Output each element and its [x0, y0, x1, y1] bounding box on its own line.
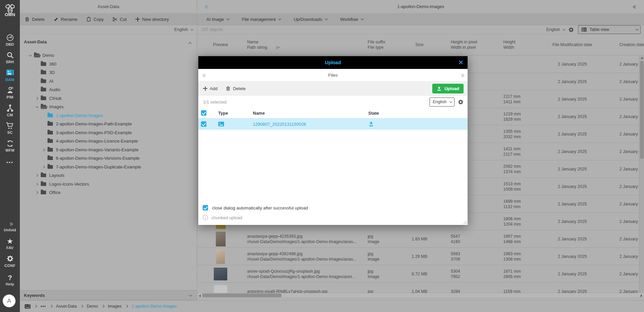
breadcrumb-item-asset-data[interactable]: Asset-Data: [56, 304, 77, 309]
sidebar-item-conf[interactable]: CONF: [0, 255, 20, 268]
breadcrumb-ellipsis[interactable]: •••: [41, 304, 46, 309]
sidebar-item-pim[interactable]: P PIM: [0, 86, 20, 99]
upload-button[interactable]: Upload: [432, 84, 464, 93]
tree-node-6-apollon-versions-example[interactable]: 6-apollon-Demo-Images-Versions-Example: [20, 154, 197, 163]
scroll-left-arrow[interactable]: [199, 295, 201, 297]
sidebar-item-more[interactable]: •••: [0, 158, 20, 167]
preview-thumbnail[interactable]: [205, 283, 236, 293]
scroll-up-arrow[interactable]: [641, 57, 643, 59]
select-all-checkbox[interactable]: [201, 110, 206, 116]
tree-node-1-apollon-demo-images[interactable]: 1-apollon-Demo-Images: [20, 111, 197, 120]
close-dialog-button[interactable]: [459, 60, 463, 66]
sidebar-item-wfm[interactable]: WFM: [0, 140, 20, 152]
close-auto-checkbox[interactable]: [203, 205, 208, 210]
sidebar-item-dam[interactable]: DAM: [0, 69, 20, 82]
horizontal-scrollbar-thumb[interactable]: [202, 294, 281, 297]
tree-node-3d[interactable]: 3D: [20, 68, 197, 77]
column-header-modification-date[interactable]: File Modification date: [539, 34, 606, 55]
table-row[interactable]: annie-spratt-QckxruozjRg-unsplash.jpg/As…: [197, 265, 644, 283]
breadcrumb-item-demo[interactable]: Demo: [87, 304, 98, 309]
sidebar-item-srh[interactable]: SRH: [0, 51, 20, 64]
row-checkbox[interactable]: [201, 121, 206, 127]
rename-button[interactable]: Rename: [54, 17, 77, 22]
preview-thumbnail[interactable]: [205, 248, 236, 265]
tree-section-header[interactable]: Asset-Data: [20, 34, 197, 46]
breadcrumb-item-current[interactable]: 1-apollon-Demo-Images: [132, 304, 177, 309]
breadcrumb-item-images[interactable]: Images: [108, 304, 122, 309]
tree-node-office[interactable]: Office: [20, 188, 197, 197]
chevron-down-icon: [191, 28, 193, 31]
upload-file-row[interactable]: 1290807_20220131150026: [198, 118, 468, 130]
plus-icon: [203, 86, 207, 91]
settings-gear-icon[interactable]: [568, 27, 574, 33]
sidebar-item-dbd[interactable]: DBD: [0, 34, 20, 46]
user-avatar[interactable]: A: [3, 295, 15, 307]
folder-icon: [47, 122, 53, 126]
upload-settings-gear-icon[interactable]: [458, 99, 464, 105]
column-header-size[interactable]: Size: [399, 34, 440, 55]
sidebar-item-help[interactable]: ? Help: [0, 273, 20, 286]
sidebar-label-pim: PIM: [0, 95, 20, 99]
sidebar-item-omn-logo[interactable]: OMN: [0, 3, 20, 17]
sidebar-item-cm[interactable]: CM: [0, 104, 20, 117]
dam-breadcrumb-icon[interactable]: [25, 304, 31, 309]
tree-node-images[interactable]: Images: [20, 103, 197, 111]
collapse-right-icon[interactable]: [633, 4, 636, 9]
sidebar-item-unfold[interactable]: Unfold: [0, 219, 20, 232]
add-files-button[interactable]: Add: [203, 86, 217, 91]
tree-node-360[interactable]: 360: [20, 60, 197, 69]
keywords-panel-header[interactable]: Keywords: [20, 290, 197, 300]
table-row[interactable]: antonino-visalli-RNiBLy7aHck-unsplash.jp…: [197, 283, 644, 293]
dialog-page-next[interactable]: [460, 73, 463, 78]
tree-node-layouts[interactable]: Layouts: [20, 171, 197, 180]
table-row[interactable]: anastasiya-gepp-4235393.jpg/Asset-Data/D…: [197, 230, 644, 248]
upload-column-type[interactable]: Type: [218, 111, 228, 116]
upload-column-name[interactable]: Name: [253, 111, 265, 116]
table-row[interactable]: anastasiya-gepp-4382488.jpg/Asset-Data/D…: [197, 248, 644, 265]
tree-node-7-apollon-duplicate-example[interactable]: 7-apollon-Demo-Images-Duplicate-Example: [20, 163, 197, 171]
column-header-creation-date[interactable]: Creation date: [619, 34, 644, 55]
content-language-dropdown[interactable]: English: [546, 27, 565, 32]
menu-up-downloads[interactable]: Up/Downloads: [294, 17, 327, 22]
tree-node-5-apollon-variants-example[interactable]: 5-apollon-Demo-Images-Variants-Example: [20, 146, 197, 154]
vertical-scrollbar-thumb[interactable]: [640, 61, 644, 159]
collapse-left-icon[interactable]: [205, 4, 208, 9]
sidebar-item-fav[interactable]: ★ FAV: [0, 237, 20, 250]
delete-button[interactable]: Delete: [25, 17, 45, 22]
tree-node-demo[interactable]: Demo: [20, 51, 197, 60]
image-type-icon: [218, 121, 224, 126]
tree-node-cihub[interactable]: CIHub: [20, 94, 197, 103]
column-header-pixels[interactable]: Height in pixelWidth in pixel: [451, 34, 491, 55]
preview-thumbnail[interactable]: [205, 230, 236, 247]
scroll-right-arrow[interactable]: [641, 295, 642, 297]
close-auto-option[interactable]: close dialog automatically after success…: [198, 203, 468, 213]
menu-workflow[interactable]: Workflow: [340, 17, 363, 22]
tree-node-ai[interactable]: AI: [20, 77, 197, 86]
delete-files-button[interactable]: Delete: [226, 86, 246, 91]
tree-language-dropdown[interactable]: English: [20, 25, 197, 34]
upload-file-name[interactable]: 1290807_20220131150026: [253, 121, 306, 126]
dialog-page-prev[interactable]: [203, 73, 206, 78]
copy-button[interactable]: Copy: [86, 17, 104, 22]
column-header-name-path[interactable]: Name Path string1: [247, 34, 368, 55]
tree-node-3-apollon-psd-example[interactable]: 3-apollon-Demo-Images-PSD-Example: [20, 128, 197, 137]
preview-thumbnail[interactable]: [205, 265, 236, 282]
tree-node-4-apollon-licence-example[interactable]: 4-apollon-Demo-Images-Licence-Example: [20, 137, 197, 146]
horizontal-scrollbar[interactable]: [197, 293, 644, 298]
cut-button[interactable]: Cut: [112, 17, 127, 22]
column-header-preview[interactable]: Preview: [205, 34, 236, 55]
view-mode-dropdown[interactable]: Table view: [578, 25, 641, 34]
upload-column-state[interactable]: State: [368, 111, 379, 116]
menu-ai-image[interactable]: AI Image: [206, 17, 229, 22]
menu-file-management[interactable]: File management: [242, 17, 280, 22]
sidebar-label-dbd: DBD: [0, 42, 20, 46]
tree-node-2-apollon-path-example[interactable]: 2-apollon-Demo-Images-Path-Example: [20, 120, 197, 128]
sidebar-item-sc[interactable]: SC: [0, 122, 20, 134]
tree-node-audio[interactable]: Audio: [20, 85, 197, 94]
upload-language-dropdown[interactable]: English: [430, 98, 455, 107]
workflow-sync-icon: [0, 140, 20, 148]
upload-dialog-toolbar: Add Delete Upload: [198, 81, 468, 96]
vertical-scrollbar[interactable]: [639, 56, 644, 293]
new-directory-button[interactable]: New directory: [135, 17, 169, 22]
tree-node-logos-icons-vectors[interactable]: Logos-Icons-Vectors: [20, 180, 197, 189]
